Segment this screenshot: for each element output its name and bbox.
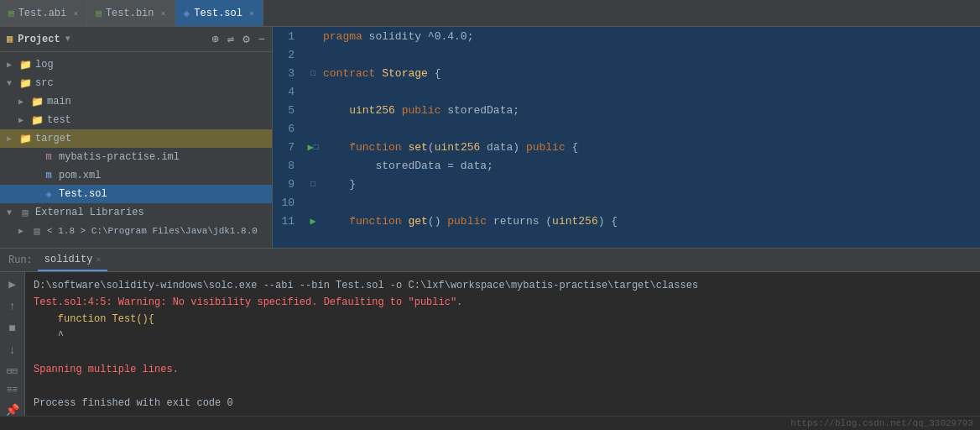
tree-item-jdk[interactable]: ▶ ▤ < 1.8 > C:\Program Files\Java\jdk1.8… bbox=[0, 222, 272, 240]
tab-bin-close[interactable]: ✕ bbox=[161, 8, 166, 18]
bottom-content: ▶ ↑ ■ ↓ ⊟⊟ ≡≡ 📌 D:\software\solidity-win… bbox=[0, 272, 980, 416]
bottom-left-icons: ▶ ↑ ■ ↓ ⊟⊟ ≡≡ 📌 bbox=[0, 272, 25, 416]
line-num-6: 6 bbox=[273, 123, 303, 135]
tab-test-bin[interactable]: ▤ Test.bin ✕ bbox=[87, 0, 175, 26]
stop-icon[interactable]: ■ bbox=[7, 320, 17, 337]
code-text-7: function set(uint256 data) public { bbox=[323, 141, 578, 154]
ext-libs-icon: ▤ bbox=[18, 206, 32, 219]
code-line-9: 9 □ } bbox=[273, 175, 980, 193]
breakpoint-11: ▶ bbox=[310, 215, 315, 228]
tree-arrow-log: ▶ bbox=[7, 60, 18, 70]
down-icon[interactable]: ↓ bbox=[7, 342, 17, 359]
dump-icon[interactable]: ⊟⊟ bbox=[5, 364, 19, 378]
globe-icon[interactable]: ⊕ bbox=[211, 32, 218, 46]
code-line-11: 11 ▶ function get() public returns (uint… bbox=[273, 212, 980, 230]
code-line-1: 1 pragma solidity ^0.4.0; bbox=[273, 27, 980, 45]
tree-label-test: test bbox=[47, 114, 71, 126]
run-icon[interactable]: ▶ bbox=[7, 275, 17, 293]
tree-arrow-test: ▶ bbox=[18, 115, 30, 125]
line-num-7: 7 bbox=[273, 141, 303, 154]
tree-label-pom: pom.xml bbox=[59, 170, 101, 181]
sidebar-header-icons: ⊕ ⇌ ⚙ − bbox=[211, 32, 265, 46]
line-num-2: 2 bbox=[273, 49, 303, 61]
main-layout: ▦ Project ▼ ⊕ ⇌ ⚙ − ▶ 📁 log ▼ 📁 src bbox=[0, 27, 980, 248]
sidebar-title: Project bbox=[18, 34, 60, 45]
code-text-8: storedData = data; bbox=[323, 160, 493, 172]
tree-item-main[interactable]: ▶ 📁 main bbox=[0, 92, 272, 111]
bottom-panel: Run: solidity ✕ ▶ ↑ ■ ↓ ⊟⊟ ≡≡ 📌 D:\softw… bbox=[0, 248, 980, 416]
tree-label-jdk: < 1.8 > C:\Program Files\Java\jdk1.8.0 bbox=[47, 226, 258, 236]
editor-area: 1 pragma solidity ^0.4.0; 2 3 □ contract… bbox=[273, 27, 980, 248]
minus-icon[interactable]: − bbox=[258, 33, 265, 46]
pin-icon[interactable]: 📌 bbox=[3, 401, 21, 416]
tab-test-sol[interactable]: ◈ Test.sol ✕ bbox=[175, 0, 263, 26]
jdk-icon: ▤ bbox=[30, 224, 44, 238]
tree-label-test-sol: Test.sol bbox=[59, 188, 107, 200]
sol-icon: ◈ bbox=[184, 7, 190, 20]
tree-label-target: target bbox=[35, 133, 71, 144]
code-text-3: contract Storage { bbox=[323, 67, 440, 80]
line-num-4: 4 bbox=[273, 86, 303, 98]
folder-target-icon: 📁 bbox=[18, 132, 32, 145]
tree-item-test[interactable]: ▶ 📁 test bbox=[0, 111, 272, 129]
output-line-spanning: Spanning multiple lines. bbox=[34, 361, 972, 378]
bottom-output[interactable]: D:\software\solidity-windows\solc.exe --… bbox=[25, 272, 980, 416]
tab-bar: ▤ Test.abi ✕ ▤ Test.bin ✕ ◈ Test.sol ✕ bbox=[0, 0, 980, 27]
line-gutter-3: □ bbox=[303, 69, 323, 78]
editor-content[interactable]: 1 pragma solidity ^0.4.0; 2 3 □ contract… bbox=[273, 27, 980, 248]
tree-item-log[interactable]: ▶ 📁 log bbox=[0, 55, 272, 74]
line-num-3: 3 bbox=[273, 67, 303, 80]
tree-item-target[interactable]: ▶ 📁 target bbox=[0, 129, 272, 148]
code-line-3: 3 □ contract Storage { bbox=[273, 64, 980, 82]
tab-sol-close[interactable]: ✕ bbox=[249, 8, 254, 18]
tree-arrow-main: ▶ bbox=[18, 97, 30, 107]
line-gutter-7: ▶ □ bbox=[303, 141, 323, 154]
run-label: Run: bbox=[3, 254, 38, 266]
bottom-tab-bar: Run: solidity ✕ bbox=[0, 249, 980, 272]
tree-item-test-sol[interactable]: ◈ Test.sol bbox=[0, 185, 272, 203]
code-text-11: function get() public returns (uint256) … bbox=[323, 215, 618, 228]
line-num-9: 9 bbox=[273, 178, 303, 191]
up-icon[interactable]: ↑ bbox=[7, 298, 17, 315]
file-iml-icon: m bbox=[42, 150, 55, 164]
folder-test-icon: 📁 bbox=[30, 113, 44, 127]
tree-arrow-target: ▶ bbox=[7, 134, 18, 144]
sidebar-header: ▦ Project ▼ ⊕ ⇌ ⚙ − bbox=[0, 27, 272, 52]
tree-item-ext-libs[interactable]: ▼ ▤ External Libraries bbox=[0, 203, 272, 222]
split-icon[interactable]: ⇌ bbox=[227, 32, 234, 46]
tree-item-pom[interactable]: m pom.xml bbox=[0, 166, 272, 185]
output-line-exit: Process finished with exit code 0 bbox=[34, 395, 972, 412]
line-num-5: 5 bbox=[273, 104, 303, 117]
tab-abi-label: Test.abi bbox=[18, 8, 67, 19]
folder-main-icon: 📁 bbox=[30, 95, 44, 108]
line-num-1: 1 bbox=[273, 30, 303, 43]
line-num-8: 8 bbox=[273, 160, 303, 172]
tree-label-log: log bbox=[35, 59, 54, 71]
code-line-8: 8 storedData = data; bbox=[273, 156, 980, 175]
align-icon[interactable]: ≡≡ bbox=[5, 383, 19, 396]
sidebar-dropdown-icon[interactable]: ▼ bbox=[65, 34, 70, 44]
output-line-warning: Test.sol:4:5: Warning: No visibility spe… bbox=[34, 294, 972, 311]
file-tree: ▶ 📁 log ▼ 📁 src ▶ 📁 main ▶ 📁 test bbox=[0, 52, 272, 248]
folder-log-icon: 📁 bbox=[18, 58, 32, 71]
tab-test-abi[interactable]: ▤ Test.abi ✕ bbox=[0, 0, 87, 26]
code-line-6: 6 bbox=[273, 119, 980, 138]
line-num-10: 10 bbox=[273, 197, 303, 209]
tree-item-src[interactable]: ▼ 📁 src bbox=[0, 74, 272, 92]
tab-bin-label: Test.bin bbox=[106, 8, 154, 19]
gear-icon[interactable]: ⚙ bbox=[242, 32, 249, 46]
bottom-tab-solidity[interactable]: solidity ✕ bbox=[38, 249, 108, 271]
tree-item-iml[interactable]: m mybatis-practise.iml bbox=[0, 148, 272, 166]
bin-icon: ▤ bbox=[96, 8, 102, 18]
tree-label-src: src bbox=[35, 77, 54, 89]
tab-sol-label: Test.sol bbox=[194, 8, 242, 19]
line-gutter-11: ▶ bbox=[303, 215, 323, 228]
output-line-caret: ^ bbox=[34, 328, 972, 344]
tab-abi-close[interactable]: ✕ bbox=[73, 8, 78, 18]
abi-icon: ▤ bbox=[8, 8, 14, 18]
bottom-tab-solidity-label: solidity bbox=[44, 254, 93, 265]
bottom-tab-solidity-close[interactable]: ✕ bbox=[96, 254, 101, 265]
file-pom-icon: m bbox=[42, 169, 55, 182]
tree-arrow-src: ▼ bbox=[7, 79, 18, 88]
block-marker-9: □ bbox=[310, 180, 315, 189]
